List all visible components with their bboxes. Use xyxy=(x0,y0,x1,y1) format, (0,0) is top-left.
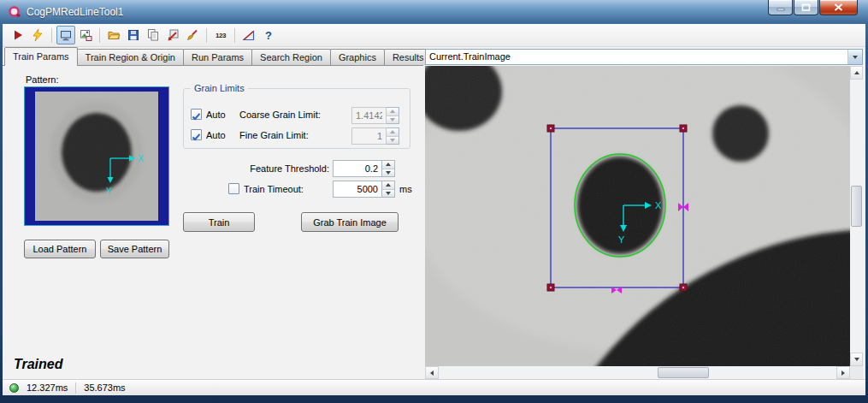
toolbar-separator xyxy=(99,28,100,43)
x-axis-label: X xyxy=(655,200,662,210)
clear-graphics-button[interactable] xyxy=(183,26,202,44)
scrollbar-corner xyxy=(850,366,863,379)
scroll-down-button[interactable] xyxy=(850,353,863,366)
pattern-x-axis-label: X xyxy=(138,154,144,163)
calibration-button[interactable] xyxy=(239,26,258,44)
grab-train-image-button[interactable]: Grab Train Image xyxy=(301,212,399,232)
arrow-up-icon xyxy=(854,71,859,74)
minimize-icon xyxy=(776,3,785,11)
train-button[interactable]: Train xyxy=(183,212,255,232)
minimize-button[interactable] xyxy=(768,0,793,15)
record-display-toggle[interactable] xyxy=(76,26,95,44)
window-buttons xyxy=(767,0,858,15)
load-pattern-button[interactable]: Load Pattern xyxy=(24,240,96,258)
titlebar[interactable]: CogPMRedLineTool1 xyxy=(0,0,868,24)
app-icon xyxy=(8,5,21,19)
close-button[interactable] xyxy=(819,0,858,15)
client-area: 123 ? Train Params Train Region & Origin… xyxy=(3,24,865,395)
process-time: 12.327ms xyxy=(27,382,68,393)
open-file-button[interactable] xyxy=(104,26,123,44)
coarse-grain-label: Coarse Grain Limit: xyxy=(239,110,321,120)
spin-down xyxy=(387,137,399,145)
record-display-toggle-icon xyxy=(79,28,92,42)
spin-down xyxy=(387,116,399,124)
tab-search-region[interactable]: Search Region xyxy=(251,49,331,65)
check-icon xyxy=(192,112,201,121)
fine-grain-spinner xyxy=(387,127,399,145)
coarse-auto-label: Auto xyxy=(206,110,226,120)
image-display[interactable]: X Y xyxy=(425,66,850,366)
save-file-icon xyxy=(127,28,140,42)
feature-threshold-spinner[interactable] xyxy=(382,160,395,177)
spin-up xyxy=(387,108,399,116)
live-run-button[interactable] xyxy=(28,26,47,44)
scroll-up-button[interactable] xyxy=(850,66,863,80)
toolbar-separator xyxy=(206,28,207,43)
horizontal-scrollbar[interactable] xyxy=(425,366,850,379)
copy-results-button[interactable] xyxy=(144,26,162,44)
combo-dropdown-button[interactable] xyxy=(847,50,862,64)
fine-grain-input xyxy=(351,127,387,145)
fine-auto-checkbox[interactable] xyxy=(191,129,202,140)
open-file-icon xyxy=(107,28,121,42)
toolbar: 123 ? xyxy=(3,24,865,47)
horizontal-scroll-thumb[interactable] xyxy=(658,367,709,378)
vertical-scrollbar[interactable] xyxy=(850,66,863,366)
status-separator xyxy=(75,382,76,394)
help-icon: ? xyxy=(265,29,272,42)
spin-down[interactable] xyxy=(382,169,394,177)
tab-train-region-origin[interactable]: Train Region & Origin xyxy=(77,49,184,65)
feature-threshold-input[interactable] xyxy=(333,160,382,177)
total-time: 35.673ms xyxy=(84,382,125,393)
tab-strip: Train Params Train Region & Origin Run P… xyxy=(4,47,432,65)
fine-auto-label: Auto xyxy=(206,130,226,140)
vertical-scroll-thumb[interactable] xyxy=(851,186,862,227)
tab-graphics[interactable]: Graphics xyxy=(330,49,385,65)
close-icon xyxy=(834,3,843,11)
train-timeout-checkbox[interactable] xyxy=(228,183,239,194)
scroll-left-button[interactable] xyxy=(425,366,439,379)
image-display-toggle[interactable] xyxy=(56,26,75,44)
spin-down[interactable] xyxy=(382,190,394,198)
tab-run-params[interactable]: Run Params xyxy=(183,49,252,65)
run-icon xyxy=(11,28,25,42)
save-file-button[interactable] xyxy=(124,26,143,44)
train-timeout-unit: ms xyxy=(399,184,412,194)
pattern-image: X Y xyxy=(25,87,168,225)
save-pattern-button[interactable]: Save Pattern xyxy=(100,240,169,258)
grain-limits-title: Grain Limits xyxy=(191,83,248,93)
coarse-auto-checkbox[interactable] xyxy=(191,109,202,120)
image-source-combobox[interactable]: Current.TrainImage xyxy=(425,49,863,65)
app-window: CogPMRedLineTool1 xyxy=(0,0,868,403)
image-source-value[interactable]: Current.TrainImage xyxy=(426,50,847,64)
feature-threshold-label: Feature Threshold: xyxy=(201,163,329,174)
help-button[interactable]: ? xyxy=(259,26,278,44)
live-run-icon xyxy=(31,28,44,42)
tab-train-params[interactable]: Train Params xyxy=(4,47,78,66)
export-button[interactable] xyxy=(163,26,182,44)
toolbar-separator xyxy=(51,28,52,43)
train-timeout-spinner[interactable] xyxy=(382,181,395,198)
scroll-right-button[interactable] xyxy=(836,366,850,379)
spin-up[interactable] xyxy=(382,181,394,190)
train-params-page: Pattern: xyxy=(3,65,423,379)
coarse-grain-input xyxy=(351,107,387,124)
maximize-button[interactable] xyxy=(794,0,818,15)
y-axis-label: Y xyxy=(618,234,625,245)
trained-status: Trained xyxy=(14,357,63,372)
numeric-results-icon: 123 xyxy=(216,32,226,39)
numeric-results-button[interactable]: 123 xyxy=(211,26,230,44)
chevron-down-icon xyxy=(853,56,858,59)
status-led-icon xyxy=(9,383,19,393)
grain-limits-group: Grain Limits Auto Coarse Grain Limit: Au… xyxy=(183,88,410,149)
spin-up[interactable] xyxy=(382,161,394,169)
arrow-left-icon xyxy=(430,370,434,376)
train-image-canvas[interactable]: X Y xyxy=(425,66,850,366)
export-icon xyxy=(166,28,180,42)
maximize-icon xyxy=(801,3,811,11)
status-bar: 12.327ms 35.673ms xyxy=(3,379,865,395)
window-title: CogPMRedLineTool1 xyxy=(27,6,123,18)
image-display-toggle-icon xyxy=(59,28,73,42)
train-timeout-input[interactable] xyxy=(333,181,382,198)
run-button[interactable] xyxy=(9,26,27,44)
